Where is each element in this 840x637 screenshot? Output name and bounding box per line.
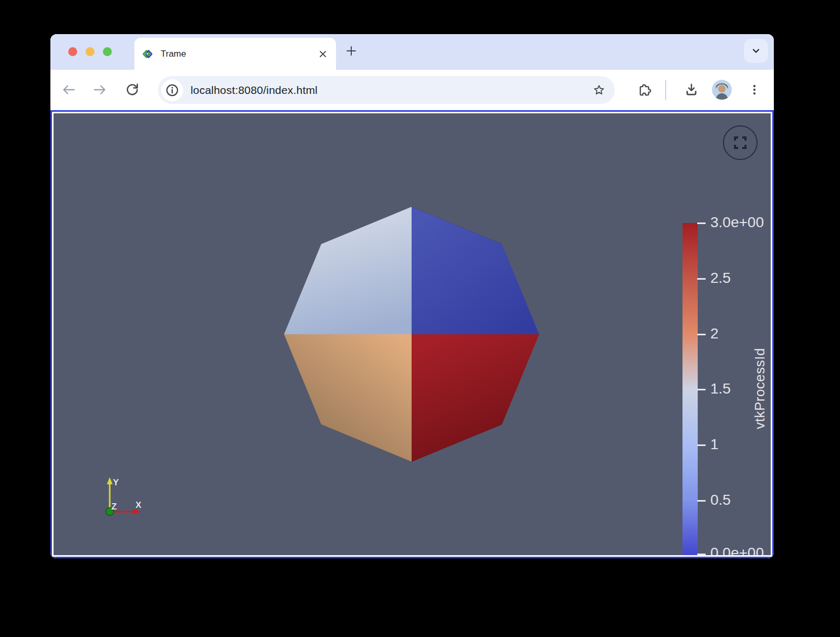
new-tab-button[interactable] <box>341 40 362 61</box>
sphere-quadrant-top-right[interactable] <box>412 207 539 334</box>
sphere-quadrant-top-left[interactable] <box>284 207 412 334</box>
sphere-quadrant-bottom-left[interactable] <box>284 334 412 462</box>
x-axis-label: X <box>135 500 142 510</box>
browser-menu-kebab-icon[interactable] <box>743 78 766 101</box>
app-viewport: Y Z X 3.0e+00 2.5 2 1.5 1 0.5 0. <box>50 110 774 558</box>
tab-title: Trame <box>161 49 186 59</box>
tab-search-chevron-button[interactable] <box>744 39 768 63</box>
fullscreen-corners-icon <box>733 136 747 150</box>
sphere-mesh[interactable] <box>54 113 771 555</box>
download-icon[interactable] <box>680 78 703 101</box>
scalar-bar-tick <box>697 500 706 502</box>
vtk-render-canvas[interactable]: Y Z X 3.0e+00 2.5 2 1.5 1 0.5 0. <box>54 113 771 555</box>
scalar-bar-label: 0.5 <box>710 492 731 508</box>
fullscreen-button[interactable] <box>723 125 758 160</box>
scalar-bar-label: 1 <box>710 436 719 453</box>
orientation-axes-widget[interactable]: Y Z X <box>75 468 148 526</box>
scalar-bar-label-max: 3.0e+00 <box>710 214 764 231</box>
tab-strip: Trame <box>50 34 774 70</box>
window-controls <box>68 47 112 56</box>
window-close-button[interactable] <box>68 47 77 56</box>
browser-toolbar: localhost:8080/index.html <box>50 70 774 110</box>
scalar-bar-label: 1.5 <box>710 380 731 397</box>
scalar-bar-gradient <box>682 223 698 555</box>
scalar-bar-tick <box>697 222 706 224</box>
scalar-bar-label-min: 0.0e+00 <box>710 545 764 555</box>
tab-close-icon[interactable] <box>318 49 328 59</box>
tab-trame[interactable]: Trame <box>134 38 336 70</box>
reload-button[interactable] <box>121 78 144 101</box>
scalar-bar-label: 2 <box>710 325 719 342</box>
browser-window: Trame <box>50 34 774 558</box>
z-axis-label: Z <box>111 502 117 512</box>
scalar-bar-tick <box>697 278 706 280</box>
site-info-icon[interactable] <box>161 79 183 101</box>
toolbar-divider <box>665 80 666 100</box>
address-bar[interactable]: localhost:8080/index.html <box>158 76 615 104</box>
bookmark-star-icon[interactable] <box>590 81 608 100</box>
scalar-bar-title: vtkProcessId <box>752 348 768 429</box>
scalar-bar-tick <box>697 389 706 390</box>
window-minimize-button[interactable] <box>86 47 94 56</box>
y-axis-label: Y <box>113 477 119 487</box>
url-text[interactable]: localhost:8080/index.html <box>191 84 318 97</box>
scalar-bar-tick <box>697 444 706 446</box>
window-zoom-button[interactable] <box>103 47 112 56</box>
extensions-icon[interactable] <box>633 78 656 101</box>
scalar-bar-tick <box>697 334 706 335</box>
forward-button[interactable] <box>88 78 111 101</box>
back-button[interactable] <box>57 78 80 101</box>
sphere-quadrant-bottom-right[interactable] <box>412 334 539 462</box>
y-axis-arrowhead <box>107 477 113 485</box>
scalar-bar-label: 2.5 <box>710 270 731 286</box>
profile-avatar[interactable] <box>712 80 732 100</box>
trame-favicon-icon <box>141 47 154 61</box>
scalar-bar-tick <box>697 554 706 555</box>
